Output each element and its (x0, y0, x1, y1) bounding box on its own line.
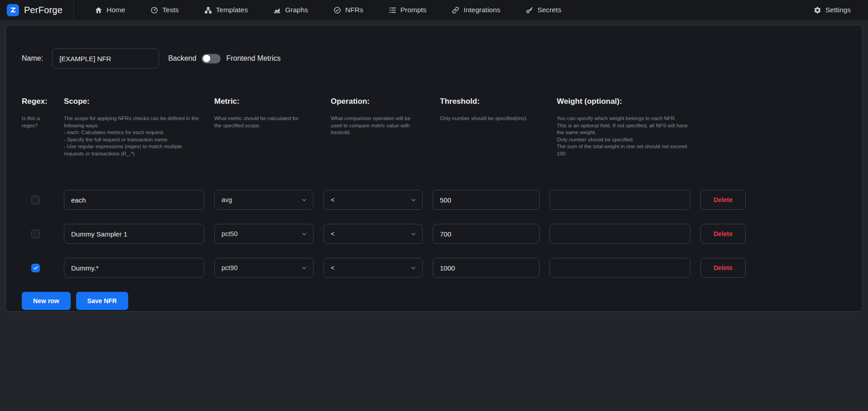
nfr-rows: avg < Delete pct50 < Delete pct90 < Dele… (22, 190, 862, 278)
nfr-row-3: pct90 < Delete (22, 258, 862, 278)
weight-description: You can specify which weight belongs to … (557, 115, 690, 157)
regex-title: Regex: (22, 97, 54, 106)
metric-title: Metric: (214, 97, 313, 106)
operation-select[interactable]: < (323, 224, 423, 244)
chevron-down-icon (410, 231, 417, 237)
nav-item-prompts[interactable]: Prompts (389, 6, 427, 14)
nav-item-templates[interactable]: Templates (204, 6, 248, 14)
weight-input[interactable] (550, 190, 690, 210)
nav-label: Graphs (285, 6, 308, 14)
threshold-title: Threshold: (440, 97, 540, 106)
metric-column-header: Metric: What metric should be calculated… (214, 97, 313, 157)
operation-select-value: < (331, 196, 334, 203)
column-headers: Regex: Is this a regex? Scope: The scope… (22, 97, 862, 157)
regex-checkbox[interactable] (31, 196, 40, 204)
threshold-input[interactable] (433, 224, 540, 244)
name-label: Name: (22, 54, 43, 63)
name-row: Name: Backend Frontend Metrics (22, 48, 862, 68)
gear-icon (814, 6, 821, 14)
operation-select[interactable]: < (323, 190, 423, 210)
form-actions: New row Save NFR (22, 292, 862, 310)
scope-description: The scope for applying NFRs checks can b… (64, 115, 202, 157)
chevron-down-icon (301, 265, 308, 271)
weight-column-header: Weight (optional): You can specify which… (550, 97, 690, 157)
nav-label: Integrations (463, 6, 500, 14)
weight-title: Weight (optional): (557, 97, 690, 106)
threshold-input[interactable] (433, 258, 540, 278)
weight-input[interactable] (550, 258, 690, 278)
scope-column-header: Scope: The scope for applying NFRs check… (64, 97, 204, 157)
scope-input[interactable] (64, 258, 204, 278)
metric-select-value: pct50 (222, 230, 237, 237)
chevron-down-icon (301, 231, 308, 237)
nfr-row-1: avg < Delete (22, 190, 862, 210)
check-circle-icon (333, 6, 341, 14)
operation-select-value: < (331, 230, 334, 237)
metric-select[interactable]: avg (214, 190, 313, 210)
delete-row-button[interactable]: Delete (700, 258, 746, 278)
metric-select[interactable]: pct90 (214, 258, 313, 278)
nav-item-secrets[interactable]: Secrets (526, 6, 561, 14)
gauge-icon (150, 6, 158, 14)
nav-label: Templates (216, 6, 248, 14)
metric-description: What metric should be calculated for the… (214, 115, 305, 129)
operation-title: Operation: (331, 97, 423, 106)
brand-name: PerForge (24, 5, 63, 15)
nav-item-graphs[interactable]: Graphs (273, 6, 308, 14)
backend-label: Backend (168, 54, 196, 63)
nav-item-nfrs[interactable]: NFRs (333, 6, 363, 14)
nfr-name-input[interactable] (52, 48, 159, 68)
nav-item-tests[interactable]: Tests (150, 6, 178, 14)
nav-label: Settings (825, 6, 851, 14)
regex-checkbox[interactable] (31, 264, 40, 272)
link-icon (452, 6, 459, 14)
chevron-down-icon (410, 197, 417, 203)
nav-label: Tests (162, 6, 178, 14)
nav-label: Prompts (400, 6, 427, 14)
regex-description: Is this a regex? (22, 115, 54, 129)
nav-label: NFRs (345, 6, 363, 14)
regex-checkbox[interactable] (31, 230, 40, 238)
key-icon (526, 6, 533, 14)
nfr-editor-card: Name: Backend Frontend Metrics Regex: Is… (5, 25, 863, 312)
metrics-toggle-switch[interactable] (202, 54, 221, 63)
scope-title: Scope: (64, 97, 204, 106)
new-row-button[interactable]: New row (22, 292, 71, 310)
operation-column-header: Operation: What comparison operation wil… (323, 97, 423, 157)
threshold-column-header: Threshold: Only number should be specifi… (433, 97, 540, 157)
toggle-knob (203, 55, 210, 62)
nav-label: Secrets (537, 6, 561, 14)
perforge-logo-icon (7, 4, 19, 16)
save-nfr-button[interactable]: Save NFR (76, 292, 128, 310)
scope-input[interactable] (64, 190, 204, 210)
delete-row-button[interactable]: Delete (700, 190, 746, 210)
list-icon (389, 6, 396, 14)
threshold-input[interactable] (433, 190, 540, 210)
frontend-metrics-label: Frontend Metrics (226, 54, 280, 63)
nav-list: Home Tests Templates Graphs NFRs Prompts… (95, 6, 561, 14)
nav-label: Home (106, 6, 125, 14)
nfr-row-2: pct50 < Delete (22, 224, 862, 244)
home-icon (95, 6, 102, 14)
delete-row-button[interactable]: Delete (700, 224, 746, 244)
regex-column-header: Regex: Is this a regex? (22, 97, 54, 157)
nav-item-home[interactable]: Home (95, 6, 125, 14)
nav-item-settings[interactable]: Settings (814, 6, 851, 14)
metric-select-value: pct90 (222, 264, 237, 271)
brand[interactable]: PerForge (7, 0, 74, 20)
operation-select-value: < (331, 264, 334, 271)
chevron-down-icon (301, 197, 308, 203)
nav-item-integrations[interactable]: Integrations (452, 6, 500, 14)
weight-input[interactable] (550, 224, 690, 244)
chart-icon (273, 6, 281, 14)
threshold-description: Only number should be specified(ms). (440, 115, 540, 122)
top-navbar: PerForge Home Tests Templates Graphs NFR… (0, 0, 868, 20)
chevron-down-icon (410, 265, 417, 271)
metric-select[interactable]: pct50 (214, 224, 313, 244)
scope-input[interactable] (64, 224, 204, 244)
metrics-toggle-group: Backend Frontend Metrics (168, 54, 280, 63)
sitemap-icon (204, 6, 212, 14)
operation-description: What comparison operation will be used t… (331, 115, 412, 136)
metric-select-value: avg (222, 196, 232, 203)
operation-select[interactable]: < (323, 258, 423, 278)
